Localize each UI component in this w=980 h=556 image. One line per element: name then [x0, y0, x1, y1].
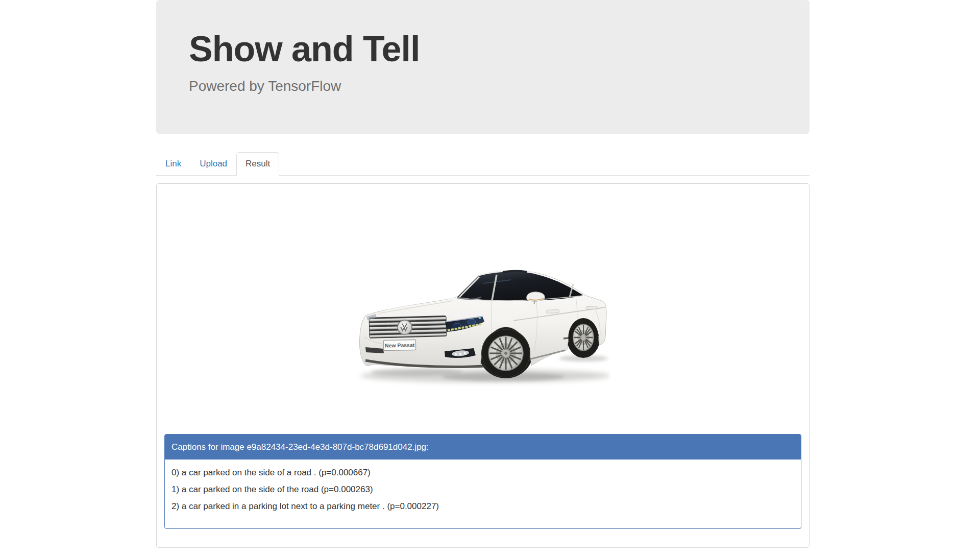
tab-result-label[interactable]: Result: [236, 152, 279, 176]
jumbotron: Show and Tell Powered by TensorFlow: [156, 0, 810, 134]
car-windows: [457, 272, 583, 301]
tab-result[interactable]: Result: [236, 152, 279, 176]
rear-wheel: [568, 318, 598, 357]
sunroof: [503, 271, 527, 272]
car-illustration: New Passat: [355, 260, 610, 388]
main-container: Show and Tell Powered by TensorFlow Link…: [156, 0, 810, 548]
tab-bar: Link Upload Result: [156, 152, 810, 176]
tab-link-label[interactable]: Link: [156, 152, 190, 176]
license-plate: New Passat: [383, 340, 415, 350]
tab-upload-label[interactable]: Upload: [190, 152, 236, 176]
page: Show and Tell Powered by TensorFlow Link…: [0, 0, 980, 556]
page-subtitle: Powered by TensorFlow: [189, 79, 777, 94]
caption-item-2: 2) a car parked in a parking lot next to…: [172, 501, 794, 512]
caption-item-0: 0) a car parked on the side of a road . …: [172, 468, 794, 478]
tab-link[interactable]: Link: [156, 152, 190, 176]
door-handle-front: [546, 310, 559, 313]
license-plate-text: New Passat: [385, 342, 415, 348]
captions-panel: Captions for image e9a82434-23ed-4e3d-80…: [164, 434, 801, 529]
door-handle-rear: [586, 306, 597, 309]
vw-badge-icon: [398, 320, 412, 334]
tab-upload[interactable]: Upload: [190, 152, 236, 176]
caption-item-1: 1) a car parked on the side of the road …: [172, 485, 794, 495]
front-wheel: [481, 329, 530, 378]
page-title: Show and Tell: [189, 30, 777, 68]
captions-panel-header: Captions for image e9a82434-23ed-4e3d-80…: [165, 434, 801, 460]
captions-panel-body: 0) a car parked on the side of a road . …: [165, 460, 801, 528]
result-panel: New Passat: [156, 183, 810, 548]
result-image: New Passat: [355, 260, 610, 388]
